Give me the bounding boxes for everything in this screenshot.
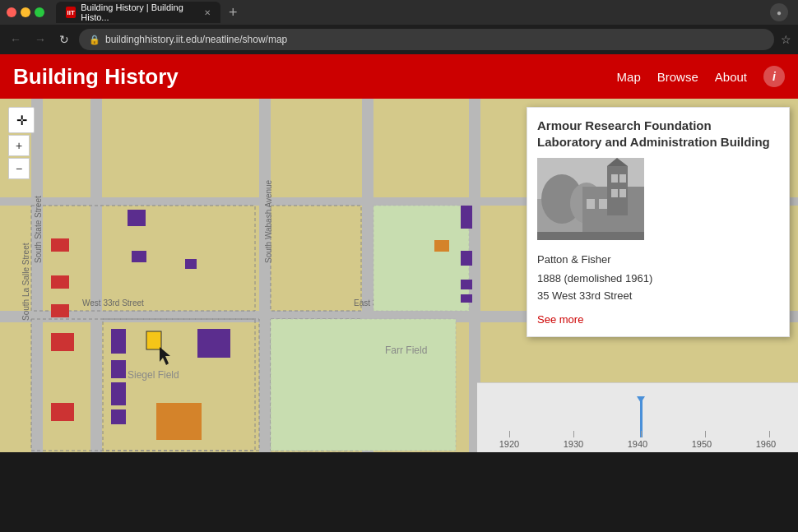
svg-rect-27 <box>51 304 69 317</box>
timeline-label-1940: 1940 <box>628 439 647 449</box>
compass-button[interactable]: ✛ <box>8 107 35 133</box>
maximize-button[interactable] <box>35 7 44 17</box>
svg-rect-38 <box>185 259 197 269</box>
lock-icon: 🔒 <box>89 35 100 45</box>
svg-text:Farr Field: Farr Field <box>385 345 427 356</box>
svg-rect-37 <box>132 251 146 262</box>
see-more-link[interactable]: See more <box>537 313 583 326</box>
svg-rect-33 <box>111 329 126 354</box>
address-text: buildinghhistory.iit.edu/neatline/show/m… <box>105 34 764 45</box>
timeline-container[interactable]: 1920 1930 1940 1950 1960 <box>477 382 798 452</box>
timeline-label-1950: 1950 <box>692 439 712 449</box>
svg-rect-36 <box>111 409 126 424</box>
close-button[interactable] <box>7 7 16 17</box>
timeline-tick-1930 <box>573 431 574 437</box>
svg-rect-73 <box>611 189 618 197</box>
tab-favicon: IIT <box>66 7 76 18</box>
svg-rect-69 <box>587 199 595 209</box>
nav-links: Map Browse About i <box>617 66 785 87</box>
active-tab[interactable]: IIT Building History | Building Histo...… <box>56 2 220 23</box>
svg-text:West 33rd Street: West 33rd Street <box>82 298 144 308</box>
timeline-label-1920: 1920 <box>499 439 519 449</box>
forward-button[interactable]: → <box>31 30 49 49</box>
popup-year: 1888 (demolished 1961) <box>537 272 652 285</box>
app-title: Building History <box>13 64 179 90</box>
zoom-in-button[interactable]: + <box>8 135 30 156</box>
svg-rect-2 <box>90 99 102 452</box>
timeline-label-1930: 1930 <box>564 439 583 449</box>
nav-browse[interactable]: Browse <box>657 70 698 84</box>
timeline-tick-1960 <box>769 431 770 437</box>
svg-rect-40 <box>51 333 74 351</box>
browser-chrome: IIT Building History | Building Histo...… <box>0 0 798 25</box>
tab-bar: IIT Building History | Building Histo...… <box>56 2 765 23</box>
back-button[interactable]: ← <box>7 30 25 49</box>
svg-rect-32 <box>434 240 449 252</box>
popup-architect: Patton & Fisher <box>537 250 779 266</box>
svg-rect-41 <box>51 403 74 421</box>
popup-date-address: 1888 (demolished 1961) 35 West 33rd Stre… <box>537 271 779 305</box>
svg-rect-29 <box>461 251 472 266</box>
svg-rect-24 <box>128 210 146 226</box>
popup-title: Armour Research Foundation Laboratory an… <box>537 118 779 150</box>
popup-address: 35 West 33rd Street <box>537 289 632 302</box>
popup-image <box>537 158 644 240</box>
address-bar[interactable]: 🔒 buildinghhistory.iit.edu/neatline/show… <box>79 29 774 50</box>
tab-title: Building History | Building Histo... <box>81 2 197 22</box>
new-tab-button[interactable]: + <box>224 2 243 23</box>
timeline-tick-1950 <box>705 431 706 437</box>
timeline-track: 1920 1930 1940 1950 1960 <box>477 383 798 452</box>
svg-rect-35 <box>111 382 126 405</box>
tab-close-icon[interactable]: ✕ <box>204 8 211 17</box>
timeline-label-1960: 1960 <box>756 439 776 449</box>
svg-rect-70 <box>599 199 607 209</box>
refresh-button[interactable]: ↻ <box>56 30 72 49</box>
svg-rect-26 <box>51 275 69 289</box>
timeline-tick-1940 <box>641 431 642 437</box>
zoom-out-button[interactable]: − <box>8 158 30 179</box>
svg-rect-31 <box>461 294 472 303</box>
info-button[interactable]: i <box>763 66 785 87</box>
svg-rect-71 <box>611 174 618 183</box>
map-controls: ✛ + − <box>8 107 35 179</box>
svg-rect-20 <box>373 206 469 311</box>
nav-about[interactable]: About <box>715 70 747 84</box>
svg-rect-21 <box>271 319 456 451</box>
svg-text:South Wabash Avenue: South Wabash Avenue <box>264 179 273 263</box>
svg-rect-39 <box>197 329 230 358</box>
svg-rect-72 <box>619 174 626 183</box>
traffic-lights <box>7 7 44 17</box>
svg-rect-75 <box>537 232 644 240</box>
svg-rect-46 <box>146 331 161 349</box>
svg-rect-74 <box>619 189 626 197</box>
app-header: Building History Map Browse About i <box>0 54 798 99</box>
timeline-labels: 1920 1930 1940 1950 1960 <box>477 439 798 449</box>
nav-map[interactable]: Map <box>617 70 641 84</box>
svg-text:South La Salle Street: South La Salle Street <box>21 243 30 321</box>
svg-rect-30 <box>461 280 472 289</box>
map-container[interactable]: South La Salle Street South State Street… <box>0 99 798 452</box>
address-bar-row: ← → ↻ 🔒 buildinghhistory.iit.edu/neatlin… <box>0 25 798 54</box>
profile-icon: ● <box>770 3 788 21</box>
svg-rect-43 <box>156 403 202 440</box>
popup-panel: Armour Research Foundation Laboratory an… <box>527 107 790 337</box>
svg-text:Siegel Field: Siegel Field <box>128 369 179 381</box>
svg-rect-25 <box>51 238 69 252</box>
svg-rect-3 <box>259 99 271 452</box>
svg-rect-34 <box>111 360 126 378</box>
timeline-tick-1920 <box>509 431 510 437</box>
bookmark-button[interactable]: ☆ <box>781 33 791 46</box>
svg-rect-28 <box>461 206 472 229</box>
minimize-button[interactable] <box>21 7 30 17</box>
